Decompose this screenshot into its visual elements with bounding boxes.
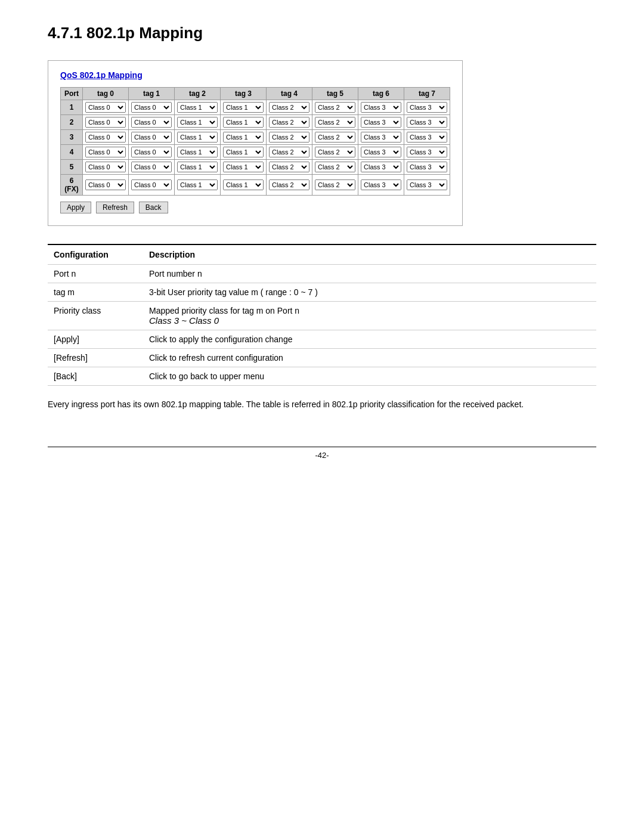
mapping-cell[interactable]: Class 0Class 1Class 2Class 3 [221, 160, 267, 175]
mapping-cell[interactable]: Class 0Class 1Class 2Class 3 [358, 100, 404, 115]
class-select-r1-c0[interactable]: Class 0Class 1Class 2Class 3 [85, 102, 126, 113]
mapping-cell[interactable]: Class 0Class 1Class 2Class 3 [83, 100, 129, 115]
mapping-cell[interactable]: Class 0Class 1Class 2Class 3 [129, 130, 175, 145]
class-select-r2-c6[interactable]: Class 0Class 1Class 2Class 3 [361, 117, 401, 128]
mapping-cell[interactable]: Class 0Class 1Class 2Class 3 [129, 100, 175, 115]
mapping-cell[interactable]: Class 0Class 1Class 2Class 3 [175, 175, 221, 196]
class-select-r5-c5[interactable]: Class 0Class 1Class 2Class 3 [315, 162, 355, 172]
mapping-cell[interactable]: Class 0Class 1Class 2Class 3 [129, 160, 175, 175]
class-select-r6-c4[interactable]: Class 0Class 1Class 2Class 3 [269, 179, 309, 190]
mapping-cell[interactable]: Class 0Class 1Class 2Class 3 [404, 130, 450, 145]
mapping-cell[interactable]: Class 0Class 1Class 2Class 3 [312, 115, 358, 130]
mapping-cell[interactable]: Class 0Class 1Class 2Class 3 [83, 160, 129, 175]
mapping-cell[interactable]: Class 0Class 1Class 2Class 3 [221, 130, 267, 145]
class-select-r5-c0[interactable]: Class 0Class 1Class 2Class 3 [85, 162, 126, 172]
class-select-r3-c1[interactable]: Class 0Class 1Class 2Class 3 [131, 132, 172, 143]
class-select-r3-c5[interactable]: Class 0Class 1Class 2Class 3 [315, 132, 355, 143]
mapping-cell[interactable]: Class 0Class 1Class 2Class 3 [404, 115, 450, 130]
class-select-r6-c0[interactable]: Class 0Class 1Class 2Class 3 [85, 179, 126, 190]
class-select-r2-c3[interactable]: Class 0Class 1Class 2Class 3 [223, 117, 264, 128]
mapping-cell[interactable]: Class 0Class 1Class 2Class 3 [358, 145, 404, 160]
class-select-r3-c2[interactable]: Class 0Class 1Class 2Class 3 [177, 132, 218, 143]
class-select-r6-c1[interactable]: Class 0Class 1Class 2Class 3 [131, 179, 172, 190]
mapping-cell[interactable]: Class 0Class 1Class 2Class 3 [358, 160, 404, 175]
mapping-cell[interactable]: Class 0Class 1Class 2Class 3 [175, 145, 221, 160]
mapping-cell[interactable]: Class 0Class 1Class 2Class 3 [221, 115, 267, 130]
class-select-r4-c0[interactable]: Class 0Class 1Class 2Class 3 [85, 147, 126, 157]
class-select-r1-c1[interactable]: Class 0Class 1Class 2Class 3 [131, 102, 172, 113]
mapping-cell[interactable]: Class 0Class 1Class 2Class 3 [267, 175, 312, 196]
mapping-cell[interactable]: Class 0Class 1Class 2Class 3 [129, 145, 175, 160]
mapping-cell[interactable]: Class 0Class 1Class 2Class 3 [267, 160, 312, 175]
class-select-r4-c2[interactable]: Class 0Class 1Class 2Class 3 [177, 147, 218, 157]
mapping-cell[interactable]: Class 0Class 1Class 2Class 3 [175, 130, 221, 145]
mapping-cell[interactable]: Class 0Class 1Class 2Class 3 [129, 115, 175, 130]
class-select-r2-c0[interactable]: Class 0Class 1Class 2Class 3 [85, 117, 126, 128]
mapping-cell[interactable]: Class 0Class 1Class 2Class 3 [267, 100, 312, 115]
mapping-cell[interactable]: Class 0Class 1Class 2Class 3 [129, 175, 175, 196]
class-select-r4-c6[interactable]: Class 0Class 1Class 2Class 3 [361, 147, 401, 157]
class-select-r3-c6[interactable]: Class 0Class 1Class 2Class 3 [361, 132, 401, 143]
class-select-r1-c2[interactable]: Class 0Class 1Class 2Class 3 [177, 102, 218, 113]
class-select-r3-c7[interactable]: Class 0Class 1Class 2Class 3 [407, 132, 447, 143]
class-select-r5-c7[interactable]: Class 0Class 1Class 2Class 3 [407, 162, 447, 172]
class-select-r6-c6[interactable]: Class 0Class 1Class 2Class 3 [361, 179, 401, 190]
mapping-cell[interactable]: Class 0Class 1Class 2Class 3 [83, 130, 129, 145]
class-select-r1-c5[interactable]: Class 0Class 1Class 2Class 3 [315, 102, 355, 113]
class-select-r3-c0[interactable]: Class 0Class 1Class 2Class 3 [85, 132, 126, 143]
mapping-cell[interactable]: Class 0Class 1Class 2Class 3 [358, 115, 404, 130]
class-select-r4-c1[interactable]: Class 0Class 1Class 2Class 3 [131, 147, 172, 157]
mapping-cell[interactable]: Class 0Class 1Class 2Class 3 [312, 175, 358, 196]
class-select-r3-c4[interactable]: Class 0Class 1Class 2Class 3 [269, 132, 309, 143]
class-select-r6-c3[interactable]: Class 0Class 1Class 2Class 3 [223, 179, 264, 190]
mapping-cell[interactable]: Class 0Class 1Class 2Class 3 [267, 130, 312, 145]
class-select-r2-c2[interactable]: Class 0Class 1Class 2Class 3 [177, 117, 218, 128]
mapping-cell[interactable]: Class 0Class 1Class 2Class 3 [221, 100, 267, 115]
mapping-cell[interactable]: Class 0Class 1Class 2Class 3 [175, 100, 221, 115]
class-select-r5-c4[interactable]: Class 0Class 1Class 2Class 3 [269, 162, 309, 172]
class-select-r1-c7[interactable]: Class 0Class 1Class 2Class 3 [407, 102, 447, 113]
class-select-r6-c5[interactable]: Class 0Class 1Class 2Class 3 [315, 179, 355, 190]
mapping-cell[interactable]: Class 0Class 1Class 2Class 3 [404, 175, 450, 196]
class-select-r1-c3[interactable]: Class 0Class 1Class 2Class 3 [223, 102, 264, 113]
mapping-cell[interactable]: Class 0Class 1Class 2Class 3 [358, 130, 404, 145]
class-select-r1-c4[interactable]: Class 0Class 1Class 2Class 3 [269, 102, 309, 113]
mapping-cell[interactable]: Class 0Class 1Class 2Class 3 [404, 160, 450, 175]
mapping-cell[interactable]: Class 0Class 1Class 2Class 3 [175, 115, 221, 130]
mapping-cell[interactable]: Class 0Class 1Class 2Class 3 [267, 145, 312, 160]
mapping-cell[interactable]: Class 0Class 1Class 2Class 3 [83, 175, 129, 196]
class-select-r4-c4[interactable]: Class 0Class 1Class 2Class 3 [269, 147, 309, 157]
class-select-r2-c7[interactable]: Class 0Class 1Class 2Class 3 [407, 117, 447, 128]
class-select-r1-c6[interactable]: Class 0Class 1Class 2Class 3 [361, 102, 401, 113]
refresh-button[interactable]: Refresh [96, 202, 134, 213]
class-select-r5-c1[interactable]: Class 0Class 1Class 2Class 3 [131, 162, 172, 172]
class-select-r2-c1[interactable]: Class 0Class 1Class 2Class 3 [131, 117, 172, 128]
mapping-cell[interactable]: Class 0Class 1Class 2Class 3 [404, 145, 450, 160]
class-select-r4-c3[interactable]: Class 0Class 1Class 2Class 3 [223, 147, 264, 157]
mapping-cell[interactable]: Class 0Class 1Class 2Class 3 [267, 115, 312, 130]
mapping-cell[interactable]: Class 0Class 1Class 2Class 3 [175, 160, 221, 175]
apply-button[interactable]: Apply [60, 202, 91, 213]
mapping-cell[interactable]: Class 0Class 1Class 2Class 3 [312, 100, 358, 115]
mapping-cell[interactable]: Class 0Class 1Class 2Class 3 [312, 130, 358, 145]
mapping-cell[interactable]: Class 0Class 1Class 2Class 3 [312, 145, 358, 160]
class-select-r4-c5[interactable]: Class 0Class 1Class 2Class 3 [315, 147, 355, 157]
class-select-r6-c2[interactable]: Class 0Class 1Class 2Class 3 [177, 179, 218, 190]
mapping-cell[interactable]: Class 0Class 1Class 2Class 3 [83, 145, 129, 160]
class-select-r5-c2[interactable]: Class 0Class 1Class 2Class 3 [177, 162, 218, 172]
class-select-r3-c3[interactable]: Class 0Class 1Class 2Class 3 [223, 132, 264, 143]
class-select-r2-c5[interactable]: Class 0Class 1Class 2Class 3 [315, 117, 355, 128]
config-row: [Refresh]Click to refresh current config… [48, 349, 596, 367]
back-button[interactable]: Back [139, 202, 168, 213]
class-select-r5-c3[interactable]: Class 0Class 1Class 2Class 3 [223, 162, 264, 172]
mapping-cell[interactable]: Class 0Class 1Class 2Class 3 [404, 100, 450, 115]
class-select-r4-c7[interactable]: Class 0Class 1Class 2Class 3 [407, 147, 447, 157]
class-select-r5-c6[interactable]: Class 0Class 1Class 2Class 3 [361, 162, 401, 172]
class-select-r6-c7[interactable]: Class 0Class 1Class 2Class 3 [407, 179, 447, 190]
mapping-cell[interactable]: Class 0Class 1Class 2Class 3 [221, 175, 267, 196]
mapping-cell[interactable]: Class 0Class 1Class 2Class 3 [358, 175, 404, 196]
mapping-cell[interactable]: Class 0Class 1Class 2Class 3 [83, 115, 129, 130]
class-select-r2-c4[interactable]: Class 0Class 1Class 2Class 3 [269, 117, 309, 128]
mapping-cell[interactable]: Class 0Class 1Class 2Class 3 [312, 160, 358, 175]
mapping-cell[interactable]: Class 0Class 1Class 2Class 3 [221, 145, 267, 160]
